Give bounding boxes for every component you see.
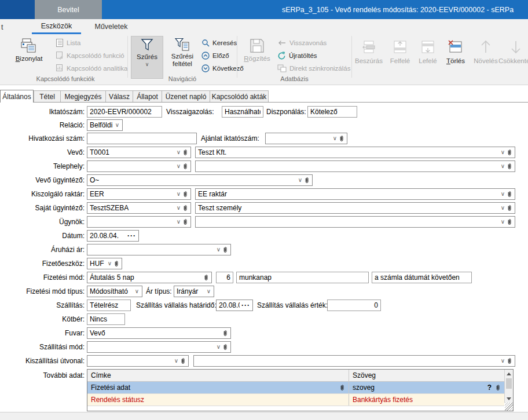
bevitel-tab[interactable]: Bevitel [35,0,102,19]
paperclip-icon[interactable] [182,204,188,212]
fuvar-field[interactable]: Vevő [87,327,231,339]
paperclip-icon[interactable] [507,357,512,365]
lefele-button[interactable]: Lefelé [413,36,442,79]
aruhazi-ar-select[interactable]: ∨ [87,244,231,255]
tab-allapot[interactable]: Állapot [133,90,162,102]
chevron-down-icon[interactable]: ∨ [501,219,505,225]
chevron-down-icon[interactable]: ∨ [177,163,181,169]
paperclip-icon[interactable] [507,162,512,170]
resize-grip-icon[interactable] [505,403,513,411]
fizetoeszkoz-select[interactable]: HUF ∨ [87,258,122,269]
beszuras-button[interactable]: Beszúrás [354,36,383,79]
fizetesi-mod-field[interactable]: Átutalás 5 nap [87,272,212,283]
chevron-down-icon[interactable]: ∨ [174,358,178,364]
chevron-down-icon[interactable]: ∨ [177,191,181,197]
chevron-down-icon[interactable]: ∨ [217,247,221,253]
vevo-code-select[interactable]: T0001 ∨ [87,147,191,158]
ugynok-name-select[interactable]: ∨ [195,216,515,228]
kiszolgalo-raktar-name-select[interactable]: EE raktár ∨ [195,188,515,200]
ugynok-code-select[interactable]: ∨ [87,216,191,228]
telephely-name-select[interactable]: ∨ [195,160,515,172]
chevron-down-icon[interactable]: ∨ [177,205,181,211]
tab-altalanos[interactable]: Általános [0,90,34,103]
szuresi-feltetel-button[interactable]: Szűrési feltétel [166,36,199,79]
chevron-down-icon[interactable]: ∨ [108,261,112,266]
chevron-down-icon[interactable]: ∨ [115,122,119,128]
kiszallitasi-utvonal-code-select[interactable]: ∨ [87,355,189,367]
paperclip-icon[interactable] [182,218,188,226]
paperclip-icon[interactable] [495,384,501,392]
paperclip-icon[interactable] [222,343,228,351]
table-row-selected[interactable]: Fizetési adat szoveg ? [87,382,504,394]
csokkentes-button[interactable]: Csökkentés [501,36,528,79]
datum-field[interactable]: 20.08.04. ··· [87,230,139,242]
torles-button[interactable]: Törlés [441,36,470,79]
paperclip-icon[interactable] [222,246,228,254]
chevron-down-icon[interactable]: ∨ [177,219,181,225]
ujratoltes-button[interactable]: Újratöltés [277,50,317,61]
chevron-down-icon[interactable]: ∨ [501,163,505,169]
elozo-button[interactable]: Előző [201,50,229,61]
szallitas-vallalas-hatarido-field[interactable]: 20.08.05. ··· [216,300,253,311]
paperclip-icon[interactable] [304,176,310,184]
column-header-cimke[interactable]: Címke [87,370,349,381]
direkt-szinkronizalas-button[interactable]: Direkt szinkronizálás [277,63,350,74]
paperclip-icon[interactable] [507,218,512,226]
szures-button[interactable]: Szűrés ∨ [131,36,163,79]
noveles-button[interactable]: Növelés [471,36,500,79]
chevron-down-icon[interactable]: ∨ [135,288,139,294]
paperclip-icon[interactable] [507,148,512,156]
szallitasi-mod-select[interactable]: ∨ [87,341,231,353]
ajanlat-iktatoszam-select[interactable]: ∨ [265,133,347,144]
chevron-down-icon[interactable]: ∨ [501,205,505,211]
tab-uzenet-naplo[interactable]: Üzenet napló [162,90,210,102]
ellipsis-button[interactable]: ··· [241,301,250,309]
sajat-ugyintezo-name-select[interactable]: Teszt személy ∨ [195,202,515,214]
scrollbar-thumb[interactable] [506,378,512,389]
tab-kapcsolodo-aktak[interactable]: Kapcsolódó akták [210,90,269,102]
tab-megjegyzes[interactable]: Megjegyzés [60,90,106,102]
table-row-warning[interactable]: Rendelés státusz Bankkártyás fizetés [87,394,504,406]
kereses-button[interactable]: Keresés [201,37,237,49]
telephely-code-select[interactable]: ∨ [87,160,191,172]
paperclip-icon[interactable] [182,190,188,198]
visszavonas-button[interactable]: Visszavonás [277,37,327,49]
ribbon-tab-eszkozok[interactable]: Eszközök [32,19,81,34]
paperclip-icon[interactable] [507,190,512,198]
relacio-select[interactable]: Belföldi ∨ [87,119,123,131]
ar-tipus-select[interactable]: Irányár ∨ [174,286,214,297]
kiszallitasi-utvonal-name-select[interactable]: ∨ [193,355,515,367]
vevo-name-select[interactable]: Teszt Kft. ∨ [195,147,515,158]
ellipsis-button[interactable]: ··· [127,232,136,240]
kiszolgalo-raktar-code-select[interactable]: EER ∨ [87,188,191,200]
chevron-down-icon[interactable]: ∨ [298,177,302,183]
chevron-down-icon[interactable]: ∨ [207,288,211,294]
chevron-down-icon[interactable]: ∨ [501,149,505,155]
paperclip-icon[interactable] [203,273,209,282]
chevron-down-icon[interactable]: ∨ [217,344,221,350]
kapcsolodo-funkcio-button[interactable]: Kapcsolódó funkció [56,50,124,61]
ribbon-tab-muveletek[interactable]: Műveletek [86,19,137,34]
paperclip-icon[interactable] [113,260,119,268]
chevron-down-icon[interactable]: ∨ [333,136,337,141]
paperclip-icon[interactable] [339,384,345,392]
kapcsolodo-analitika-button[interactable]: Kapcsolódó analitika [56,63,128,74]
chevron-down-icon[interactable]: ∨ [501,191,505,197]
sajat-ugyintezo-code-select[interactable]: TesztSZEBA ∨ [87,202,191,214]
paperclip-icon[interactable] [180,357,186,365]
tab-valasz[interactable]: Válasz [105,90,133,102]
felfele-button[interactable]: Felfelé [386,36,415,79]
paperclip-icon[interactable] [182,148,188,156]
chevron-down-icon[interactable]: ∨ [501,358,505,364]
bizonylat-button[interactable]: Bizonylat [8,36,50,79]
fizetesi-mod-tipus-select[interactable]: Módosítható ∨ [87,286,142,297]
paperclip-icon[interactable] [507,204,512,212]
paperclip-icon[interactable] [339,134,344,143]
paperclip-icon[interactable] [182,162,188,170]
hivatkozasi-szam-input[interactable] [87,133,197,144]
paperclip-icon[interactable] [222,329,228,337]
scroll-up-button[interactable] [505,370,513,378]
vevo-ugyintezo-select[interactable]: O~ ∨ [87,174,313,186]
rogzites-button[interactable]: Rögzítés [240,36,274,79]
scroll-down-button[interactable] [505,395,513,403]
